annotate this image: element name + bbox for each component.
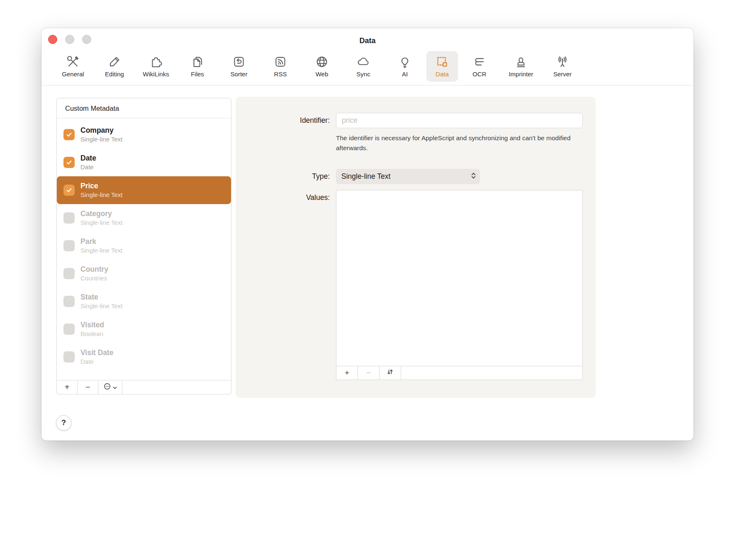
toolbar-item-rss[interactable]: RSS	[265, 55, 296, 78]
add-metadata-button[interactable]: +	[57, 380, 78, 394]
data-grid-icon	[435, 55, 449, 69]
toolbar-item-label: WikiLinks	[143, 71, 169, 78]
checkbox-unchecked-icon[interactable]	[63, 296, 75, 307]
toolbar-item-sorter[interactable]: Sorter	[223, 55, 255, 78]
checkbox-unchecked-icon[interactable]	[63, 268, 75, 279]
metadata-type: Single-line Text	[80, 246, 122, 255]
toolbar-item-label: AI	[402, 71, 408, 78]
checkbox-checked-icon[interactable]	[63, 185, 75, 196]
sorter-icon	[232, 55, 246, 69]
metadata-row-state[interactable]: State Single-line Text	[57, 287, 231, 315]
metadata-row-price[interactable]: Price Single-line Text	[57, 176, 231, 204]
metadata-type: Date	[80, 163, 96, 171]
toolbar-item-ocr[interactable]: OCR	[464, 55, 495, 78]
values-toolbar: + −	[336, 366, 582, 380]
values-list-box[interactable]: + −	[336, 190, 583, 380]
metadata-row-text: Country Countries	[80, 265, 108, 282]
metadata-row-park[interactable]: Park Single-line Text	[57, 232, 231, 260]
window-controls	[48, 35, 91, 44]
sort-arrows-icon	[387, 368, 394, 377]
metadata-row-visited[interactable]: Visited Boolean	[57, 315, 231, 343]
toolbar-item-label: Data	[436, 71, 449, 78]
identifier-help-text: The identifier is necessary for AppleScr…	[336, 133, 576, 153]
custom-metadata-panel: Custom Metadata Company Single-line Text…	[56, 98, 231, 394]
toolbar-item-label: Server	[553, 71, 572, 78]
toolbar-item-ai[interactable]: AI	[389, 55, 421, 78]
metadata-row-text: State Single-line Text	[80, 293, 122, 310]
custom-metadata-header: Custom Metadata	[57, 98, 231, 118]
puzzle-icon	[149, 55, 163, 69]
metadata-type: Boolean	[80, 330, 104, 338]
metadata-name: State	[80, 293, 122, 302]
identifier-row: Identifier: The identifier is necessary …	[236, 113, 583, 153]
metadata-name: Visited	[80, 321, 104, 330]
remove-value-button[interactable]: −	[358, 366, 380, 380]
metadata-row-date[interactable]: Date Date	[57, 149, 231, 176]
metadata-name: Company	[80, 126, 122, 135]
toolbar-item-label: RSS	[274, 71, 287, 78]
metadata-row-text: Park Single-line Text	[80, 237, 122, 254]
toolbar-item-files[interactable]: Files	[182, 55, 213, 78]
metadata-row-text: Category Single-line Text	[80, 209, 122, 226]
toolbar-item-label: Files	[191, 71, 204, 78]
add-value-button[interactable]: +	[336, 366, 358, 380]
chevron-down-icon	[113, 382, 117, 392]
toolbar-item-sync[interactable]: Sync	[348, 55, 379, 78]
antenna-icon	[555, 55, 570, 69]
metadata-type: Single-line Text	[80, 302, 122, 310]
metadata-name: Date	[80, 154, 96, 163]
metadata-name: Country	[80, 265, 108, 274]
checkbox-unchecked-icon[interactable]	[63, 240, 75, 251]
help-button[interactable]: ?	[56, 415, 71, 431]
zoom-button[interactable]	[82, 35, 91, 44]
lightbulb-icon	[398, 55, 412, 69]
toolbar-item-label: Editing	[105, 71, 124, 78]
tools-icon	[66, 55, 80, 69]
metadata-type: Single-line Text	[80, 135, 122, 144]
toolbar-item-server[interactable]: Server	[547, 55, 578, 78]
chevron-up-down-icon	[471, 172, 476, 181]
checkbox-checked-icon[interactable]	[63, 129, 75, 140]
metadata-row-visit-date[interactable]: Visit Date Date	[57, 343, 231, 371]
preferences-toolbar: General Editing WikiLinks Files Sorter R…	[41, 48, 694, 85]
values-row: Values: + −	[236, 190, 583, 380]
metadata-row-company[interactable]: Company Single-line Text	[57, 121, 231, 149]
window-title: Data	[359, 37, 375, 45]
checkbox-checked-icon[interactable]	[63, 157, 75, 168]
identifier-label: Identifier:	[236, 116, 330, 125]
more-options-button[interactable]	[98, 380, 122, 394]
globe-icon	[315, 55, 329, 69]
stamp-icon	[514, 55, 528, 69]
metadata-row-text: Date Date	[80, 154, 96, 171]
sort-values-button[interactable]	[380, 366, 401, 380]
identifier-input[interactable]	[336, 113, 583, 128]
rss-icon	[273, 55, 287, 69]
type-select[interactable]: Single-line Text	[336, 169, 480, 184]
metadata-type: Countries	[80, 274, 108, 282]
metadata-row-category[interactable]: Category Single-line Text	[57, 204, 231, 232]
minimize-button[interactable]	[65, 35, 74, 44]
ocr-icon	[472, 55, 487, 69]
toolbar-item-label: Imprinter	[509, 71, 533, 78]
remove-metadata-button[interactable]: −	[78, 380, 98, 394]
toolbar-item-label: Sync	[356, 71, 370, 78]
checkbox-unchecked-icon[interactable]	[63, 324, 75, 335]
checkbox-unchecked-icon[interactable]	[63, 212, 75, 224]
type-label: Type:	[236, 172, 330, 181]
checkbox-unchecked-icon[interactable]	[63, 351, 75, 363]
documents-icon	[190, 55, 204, 69]
toolbar-item-web[interactable]: Web	[306, 55, 338, 78]
data-pane: Custom Metadata Company Single-line Text…	[41, 85, 694, 398]
pencil-icon	[107, 55, 122, 69]
titlebar: Data	[41, 28, 694, 48]
metadata-name: Park	[80, 237, 122, 246]
toolbar-item-data[interactable]: Data	[426, 51, 458, 82]
metadata-row-country[interactable]: Country Countries	[57, 260, 231, 287]
metadata-type: Date	[80, 358, 113, 366]
toolbar-item-wikilinks[interactable]: WikiLinks	[140, 55, 172, 78]
metadata-row-text: Visited Boolean	[80, 321, 104, 338]
toolbar-item-editing[interactable]: Editing	[99, 55, 130, 78]
close-button[interactable]	[48, 35, 57, 44]
toolbar-item-general[interactable]: General	[57, 55, 89, 78]
toolbar-item-imprinter[interactable]: Imprinter	[505, 55, 537, 78]
